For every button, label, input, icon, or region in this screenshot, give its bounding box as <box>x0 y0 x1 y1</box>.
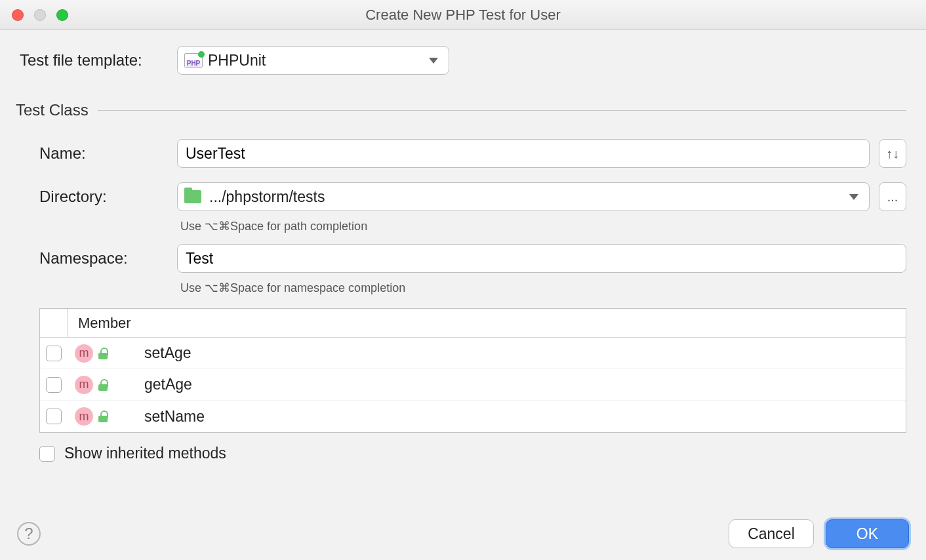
folder-icon <box>184 190 201 203</box>
members-header: Member <box>40 309 906 338</box>
window-controls <box>12 9 68 21</box>
phpunit-icon: PHP <box>184 53 203 68</box>
method-icon: m <box>75 376 93 394</box>
name-label: Name: <box>39 144 177 163</box>
namespace-row: Namespace: <box>39 244 906 273</box>
chevron-down-icon <box>429 58 438 64</box>
name-row: Name: ↑↓ <box>39 139 906 168</box>
namespace-input-wrapper <box>177 244 906 273</box>
section-test-class: Test Class <box>16 101 906 119</box>
template-label: Test file template: <box>20 51 177 70</box>
show-inherited-checkbox[interactable] <box>39 446 55 462</box>
namespace-hint: Use ⌥⌘Space for namespace completion <box>180 281 906 295</box>
zoom-window-button[interactable] <box>56 9 68 21</box>
ok-button[interactable]: OK <box>826 519 909 548</box>
chevron-down-icon <box>849 194 858 200</box>
help-button[interactable]: ? <box>17 522 41 546</box>
namespace-label: Namespace: <box>39 249 177 268</box>
member-column-header: Member <box>68 315 131 332</box>
section-title: Test Class <box>16 101 89 119</box>
window-title: Create New PHP Test for User <box>0 7 926 24</box>
template-dropdown[interactable]: PHP PHPUnit <box>177 46 449 75</box>
member-name: setName <box>144 408 205 426</box>
directory-value: .../phpstorm/tests <box>209 188 325 206</box>
member-checkbox[interactable] <box>46 377 62 393</box>
visibility-icon <box>97 379 109 391</box>
name-input[interactable] <box>184 144 862 163</box>
close-window-button[interactable] <box>12 9 24 21</box>
separator <box>98 110 906 111</box>
sort-button[interactable]: ↑↓ <box>879 139 906 168</box>
template-selected: PHPUnit <box>208 52 266 70</box>
directory-row: Directory: .../phpstorm/tests ... <box>39 182 906 211</box>
visibility-icon <box>97 348 109 359</box>
name-input-wrapper <box>177 139 870 168</box>
directory-label: Directory: <box>39 188 177 206</box>
member-row[interactable]: m setAge <box>40 338 906 369</box>
member-checkbox[interactable] <box>46 409 62 424</box>
visibility-icon <box>97 410 109 422</box>
dialog-content: Test file template: PHP PHPUnit Test Cla… <box>0 30 926 462</box>
member-row[interactable]: m setName <box>40 401 906 432</box>
directory-hint: Use ⌥⌘Space for path completion <box>180 219 906 233</box>
show-inherited-row: Show inherited methods <box>39 445 906 462</box>
namespace-input[interactable] <box>184 249 899 268</box>
checkbox-column <box>40 309 68 337</box>
directory-combo[interactable]: .../phpstorm/tests <box>177 182 870 211</box>
browse-button[interactable]: ... <box>879 182 906 211</box>
member-row[interactable]: m getAge <box>40 369 906 401</box>
method-icon: m <box>75 407 93 426</box>
member-name: getAge <box>144 376 192 393</box>
members-table: Member m setAge m getAge m setName <box>39 308 906 433</box>
member-name: setAge <box>144 344 191 362</box>
method-icon: m <box>75 344 93 363</box>
dialog-buttons: ? Cancel OK <box>0 508 926 560</box>
minimize-window-button[interactable] <box>34 9 46 21</box>
show-inherited-label: Show inherited methods <box>64 445 226 462</box>
cancel-button[interactable]: Cancel <box>729 519 814 548</box>
member-checkbox[interactable] <box>46 346 62 361</box>
titlebar: Create New PHP Test for User <box>0 0 926 30</box>
template-row: Test file template: PHP PHPUnit <box>20 46 906 75</box>
